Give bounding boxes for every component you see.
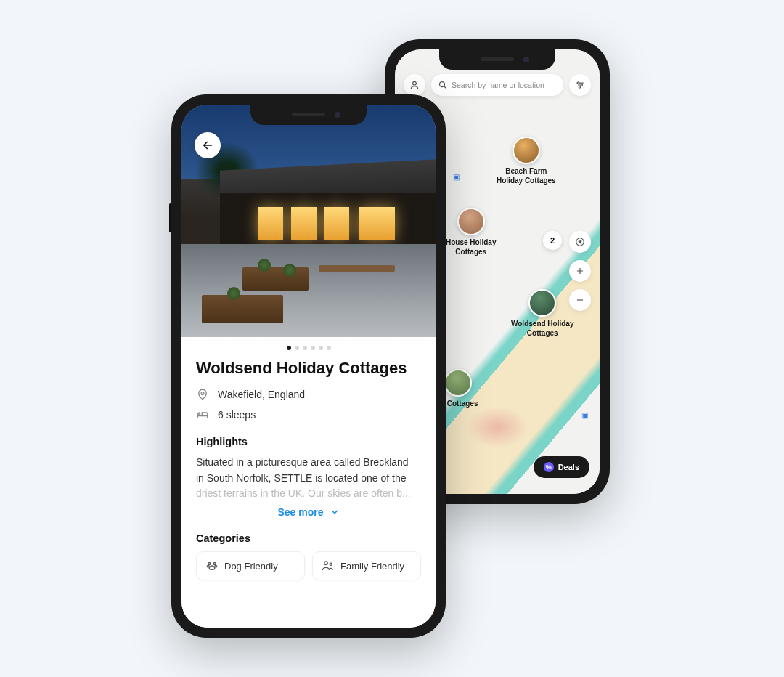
category-chip-family-friendly[interactable]: Family Friendly [312,551,421,580]
pager-dot [295,346,299,350]
percent-icon: % [544,462,554,472]
categories-heading: Categories [196,532,421,544]
map-pin-woldsend[interactable]: Woldsend Holiday Cottages [511,289,574,338]
svg-point-6 [201,392,204,395]
pager-dot [303,346,307,350]
svg-point-12 [330,563,332,565]
compass-button[interactable] [569,231,591,253]
location-row: Wakefield, England [196,388,421,401]
image-pager[interactable] [196,346,421,350]
search-placeholder: Search by name or location [452,81,544,89]
svg-point-2 [578,82,579,84]
description-text: Situated in a picturesque area called Br… [196,455,421,502]
deals-button[interactable]: % Deals [534,456,589,478]
sleeps-row: 6 sleeps [196,408,421,421]
svg-point-9 [207,565,209,567]
bed-icon [196,408,209,421]
pin-label: Beach Farm Holiday Cottages [497,167,556,185]
sleeps-text: 6 sleeps [218,409,256,421]
svg-point-4 [579,86,580,88]
minus-icon [575,295,585,305]
plus-icon [575,266,585,276]
listing-title: Woldsend Holiday Cottages [196,359,421,378]
svg-point-10 [215,565,217,567]
pin-avatar [457,208,485,235]
svg-point-1 [440,82,445,87]
filter-icon [575,80,585,90]
arrow-left-icon [201,139,214,152]
user-icon [409,80,420,90]
profile-button[interactable] [404,74,425,96]
svg-point-8 [213,563,216,565]
see-more-button[interactable]: See more [196,506,421,518]
search-icon [438,81,447,89]
location-pin-icon [196,388,209,401]
category-chip-dog-friendly[interactable]: Dog Friendly [196,551,305,580]
highlights-heading: Highlights [196,436,421,447]
family-icon [322,559,335,572]
detail-phone-frame: Woldsend Holiday Cottages Wakefield, Eng… [171,94,446,638]
svg-point-11 [324,562,328,565]
map-cluster-badge[interactable]: 2 [543,231,562,250]
map-pin-beach-farm[interactable]: Beach Farm Holiday Cottages [497,137,556,185]
compass-icon [575,237,585,247]
pager-dot [287,346,291,350]
zoom-out-button[interactable] [569,289,591,311]
pager-dot [319,346,323,350]
map-pin-house-holiday[interactable]: House Holiday Cottages [446,208,496,256]
search-input[interactable]: Search by name or location [431,74,563,96]
pin-label: House Holiday Cottages [446,238,496,256]
paw-icon [205,559,219,572]
chip-label: Family Friendly [340,561,404,572]
svg-point-0 [413,81,417,85]
chip-label: Dog Friendly [224,561,278,572]
pin-avatar [528,289,556,317]
filter-button[interactable] [569,74,591,96]
map-glyph: ▣ [581,411,588,419]
chevron-down-icon [330,507,340,517]
pin-avatar [444,369,472,397]
see-more-label: See more [277,506,323,518]
notch [250,105,367,125]
map-glyph: ▣ [453,173,460,181]
svg-point-7 [208,563,211,565]
pin-avatar [513,137,540,164]
notch [439,49,555,70]
zoom-in-button[interactable] [569,260,591,282]
svg-point-3 [581,84,582,86]
pager-dot [311,346,315,350]
deals-label: Deals [558,463,579,471]
pin-label: Woldsend Holiday Cottages [511,320,574,338]
back-button[interactable] [195,132,221,158]
location-text: Wakefield, England [218,389,305,400]
pager-dot [327,346,331,350]
